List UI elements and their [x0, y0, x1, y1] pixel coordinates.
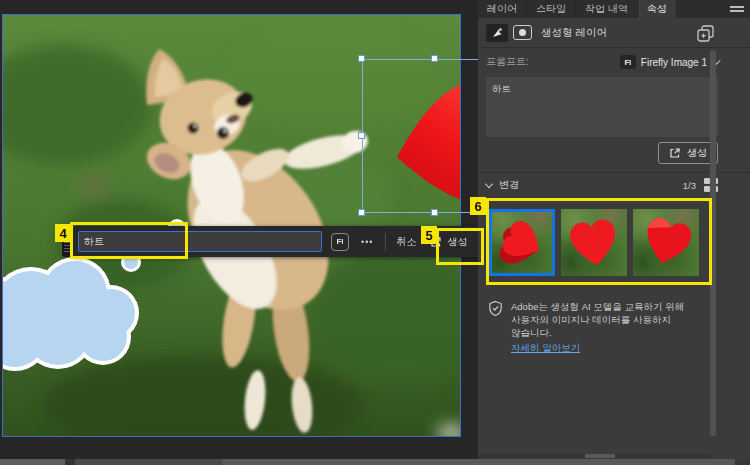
model-selector[interactable]: Fl Firefly Image 1 [620, 55, 718, 69]
transform-handle-bottom-mid[interactable] [431, 209, 438, 216]
bottom-bar-segment [735, 459, 750, 465]
annotation-badge-5: 5 [421, 226, 437, 244]
transform-handle-top-mid[interactable] [431, 55, 438, 62]
layer-type-title: 생성형 레이어 [541, 26, 607, 40]
panel-tab-bar: 레이어 스타일 작업 내역 속성 [478, 0, 750, 18]
panel-menu-icon[interactable] [730, 4, 744, 14]
variations-counter: 1/3 [683, 180, 696, 191]
prompt-label: 프롬프트: [486, 55, 529, 69]
window-bottom-bar [0, 459, 750, 465]
shield-check-icon [488, 300, 503, 317]
model-name: Firefly Image 1 [641, 57, 707, 68]
variations-row: 변경 1/3 [486, 178, 718, 192]
firefly-model-icon: Fl [620, 55, 636, 69]
annotation-box-5 [436, 228, 484, 265]
layer-mask-icon[interactable] [513, 25, 532, 40]
panel-prompt-textarea[interactable]: 하트 [486, 77, 718, 137]
annotation-badge-6: 6 [470, 197, 486, 215]
photoshop-app: Fl ••• 취소 생성 레이어 스타일 작업 내역 속성 [0, 0, 750, 465]
cancel-button[interactable]: 취소 [396, 235, 416, 249]
disclaimer-line: 않습니다. [511, 326, 684, 339]
generate-export-icon [669, 147, 681, 159]
layer-properties-icon[interactable] [696, 24, 716, 42]
more-options-icon[interactable]: ••• [361, 237, 373, 247]
collapse-chevron-icon[interactable] [485, 179, 493, 187]
panel-generate-button[interactable]: 생성 [658, 142, 718, 164]
annotation-box-4 [70, 222, 188, 259]
disclaimer-line: Adobe는 생성형 AI 모델을 교육하기 위해 [511, 300, 684, 313]
disclaimer-line: 사용자의 이미지나 데이터를 사용하지 [511, 313, 684, 326]
generative-pin-icon[interactable] [486, 24, 508, 42]
tab-styles[interactable]: 스타일 [527, 0, 576, 18]
bottom-bar-segment [65, 459, 75, 465]
tab-history[interactable]: 작업 내역 [576, 0, 638, 18]
prompt-row: 프롬프트: Fl Firefly Image 1 [486, 55, 718, 69]
bottom-bar-segment[interactable] [222, 459, 735, 465]
variations-label[interactable]: 변경 [499, 178, 519, 192]
firefly-logo-icon: Fl [331, 233, 349, 251]
bottom-bar-segment [0, 459, 65, 465]
annotation-badge-4: 4 [55, 224, 71, 242]
transform-selection-box[interactable] [362, 59, 488, 213]
taskbar-divider [385, 233, 386, 251]
transform-handle-bottom-left[interactable] [358, 209, 365, 216]
transform-handle-mid-left[interactable] [358, 132, 365, 139]
learn-more-link[interactable]: 자세히 알아보기 [511, 341, 580, 354]
tab-layers[interactable]: 레이어 [478, 0, 527, 18]
panel-horizontal-scrollbar[interactable] [478, 454, 711, 458]
transform-handle-top-left[interactable] [358, 55, 365, 62]
tab-properties[interactable]: 속성 [638, 0, 677, 18]
annotation-box-6 [486, 198, 712, 285]
ai-disclaimer: Adobe는 생성형 AI 모델을 교육하기 위해 사용자의 이미지나 데이터를… [488, 300, 718, 354]
